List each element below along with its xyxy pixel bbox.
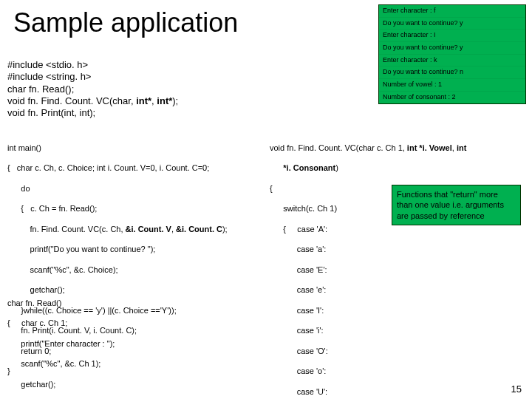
code-line: fn. Find. Count. VC(c. Ch, &i. Count. V,… xyxy=(7,225,266,235)
callout-note: Functions that "return" more than one va… xyxy=(392,185,521,225)
code-line: case 'a': xyxy=(270,245,528,255)
console-output: Enter character : f Do you want to conti… xyxy=(378,4,526,104)
code-line: do xyxy=(7,184,266,194)
code-line: case 'i': xyxy=(270,326,528,336)
code-line: case 'e': xyxy=(270,285,528,296)
code-line: char fn. Read() xyxy=(7,299,115,309)
code-line: case 'U': xyxy=(270,387,528,398)
code-fnread: char fn. Read() { char c. Ch 1; printf("… xyxy=(7,288,115,399)
console-row: Number of consonant : 2 xyxy=(379,91,525,103)
console-row: Enter character : f xyxy=(379,5,525,17)
console-row: Do you want to continue? n xyxy=(379,66,525,78)
page-number: 15 xyxy=(511,383,522,395)
code-line: #include <string. h> xyxy=(7,71,178,83)
code-line: scanf("%c", &c. Ch 1); xyxy=(7,359,115,369)
code-line: { case 'A': xyxy=(270,225,528,235)
code-line: case 'o': xyxy=(270,366,528,377)
console-row: Enter character : I xyxy=(379,29,525,41)
console-row: Do you want to continue? y xyxy=(379,17,525,30)
code-line: case 'O': xyxy=(270,347,528,357)
code-line: int main() xyxy=(7,143,266,154)
console-row: Number of vowel : 1 xyxy=(379,78,525,91)
code-line: char fn. Read(); xyxy=(7,83,178,95)
code-line: void fn. Find. Count. VC(char c. Ch 1, i… xyxy=(270,143,528,154)
code-fnfindcount: void fn. Find. Count. VC(char c. Ch 1, i… xyxy=(270,133,528,399)
code-line: getchar(); xyxy=(7,380,115,390)
code-line: case 'I': xyxy=(270,306,528,316)
code-line: case 'E': xyxy=(270,265,528,276)
code-line: void fn. Find. Count. VC(char, int*, int… xyxy=(7,95,178,107)
code-line: printf("Enter character : "); xyxy=(7,339,115,349)
console-row: Do you want to continue? y xyxy=(379,41,525,54)
console-row: Enter character : k xyxy=(379,54,525,66)
code-declarations: #include <stdio. h> #include <string. h>… xyxy=(7,59,178,119)
code-line: *i. Consonant) xyxy=(270,163,528,174)
code-line: #include <stdio. h> xyxy=(7,59,178,71)
code-line: printf("Do you want to continue? "); xyxy=(7,245,266,255)
code-line: { c. Ch = fn. Read(); xyxy=(7,204,266,214)
code-line: { char c. Ch 1; xyxy=(7,318,115,329)
code-line: scanf("%c", &c. Choice); xyxy=(7,265,266,276)
code-line: void fn. Print(int, int); xyxy=(7,107,178,119)
code-line: { char c. Ch, c. Choice; int i. Count. V… xyxy=(7,163,266,174)
